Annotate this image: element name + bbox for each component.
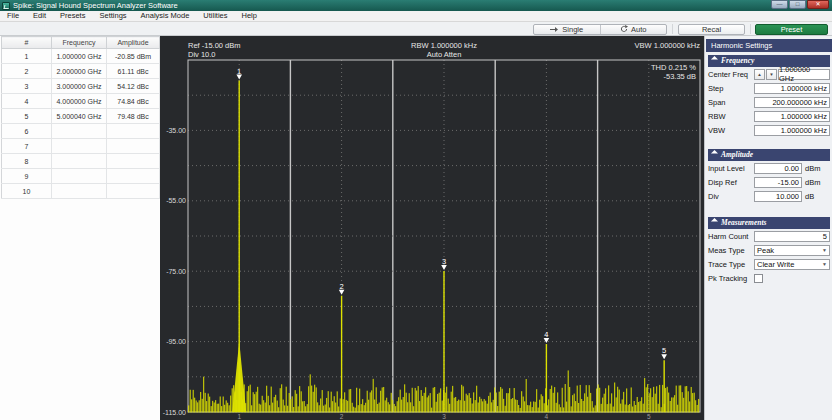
table-cell [107, 169, 160, 184]
y-axis-tick-label: -95.00 [166, 338, 186, 345]
marker-arrow-icon [661, 354, 667, 359]
table-row[interactable]: 7 [2, 139, 160, 154]
table-cell [52, 184, 107, 199]
sweep-mode-group: Single Auto [533, 24, 667, 35]
menu-item-edit[interactable]: Edit [26, 11, 53, 21]
step-input[interactable]: 1.000000 kHz [754, 83, 830, 94]
y-axis-tick-label: -55.00 [166, 197, 186, 204]
menu-item-help[interactable]: Help [235, 11, 264, 21]
menu-item-analysis-mode[interactable]: Analysis Mode [134, 11, 197, 21]
maximize-icon[interactable]: □ [789, 0, 806, 9]
atten-label: Auto Atten [427, 50, 462, 59]
span-input[interactable]: 200.000000 kHz [754, 97, 830, 108]
marker-arrow-icon [339, 290, 345, 295]
auto-sweep-label: Auto [631, 25, 646, 34]
collapse-triangle-icon [711, 218, 718, 225]
menu-item-settings[interactable]: Settings [92, 11, 133, 21]
menu-item-utilities[interactable]: Utilities [196, 11, 234, 21]
minimize-icon[interactable]: — [771, 0, 788, 9]
trace-type-dropdown[interactable]: Clear Write▼ [754, 259, 830, 270]
y-axis-tick-label: -115.00 [163, 409, 186, 416]
table-cell: 5.000040 GHz [52, 109, 107, 124]
collapse-triangle-icon [711, 150, 718, 157]
table-row[interactable]: 55.000040 GHz79.48 dBc [2, 109, 160, 124]
table-row[interactable]: 11.000000 GHz-20.85 dBm [2, 49, 160, 64]
table-row[interactable]: 22.000000 GHz61.11 dBc [2, 64, 160, 79]
meas-type-value: Peak [757, 246, 774, 255]
table-row[interactable]: 9 [2, 169, 160, 184]
harm-count-input[interactable]: 5 [754, 231, 830, 242]
section-header-amplitude[interactable]: Amplitude [708, 149, 830, 161]
table-row[interactable]: 6 [2, 124, 160, 139]
table-cell: 1.000000 GHz [52, 49, 107, 64]
spectrum-svg[interactable]: 12345Ref -15.00 dBmDiv 10.0RBW 1.000000 … [160, 36, 704, 420]
toolbar-separator [750, 24, 751, 34]
field-label: Pk Tracking [708, 274, 754, 283]
table-row[interactable]: 8 [2, 154, 160, 169]
disp-ref-unit-label: dBm [802, 178, 824, 187]
input-level-input[interactable]: 0.00 [754, 163, 802, 174]
table-column-header: Amplitude [107, 37, 160, 49]
x-axis-tick-label: 1 [237, 413, 241, 420]
table-cell: 8 [2, 154, 52, 169]
field-label: RBW [708, 112, 754, 121]
field-row: Meas TypePeak▼ [708, 243, 830, 257]
spectrum-plot[interactable]: 12345Ref -15.00 dBmDiv 10.0RBW 1.000000 … [160, 36, 704, 420]
ref-level-label: Ref -15.00 dBm [188, 41, 241, 50]
app-icon [2, 2, 10, 10]
single-sweep-button[interactable]: Single [534, 25, 600, 34]
y-axis-tick-label: -75.00 [166, 268, 186, 275]
table-cell: 2 [2, 64, 52, 79]
auto-refresh-icon [620, 25, 628, 33]
table-cell: 54.12 dBc [107, 79, 160, 94]
table-cell: 5 [2, 109, 52, 124]
marker-arrow-icon [544, 338, 550, 343]
table-cell: 3 [2, 79, 52, 94]
marker-label: 1 [237, 67, 241, 76]
marker-label: 3 [442, 257, 446, 266]
meas-type-dropdown[interactable]: Peak▼ [754, 245, 830, 256]
div-input[interactable]: 10.000 [754, 191, 802, 202]
table-row[interactable]: 33.000000 GHz54.12 dBc [2, 79, 160, 94]
vbw-input[interactable]: 1.000000 kHz [754, 125, 830, 136]
section-header-measurements[interactable]: Measurements [708, 217, 830, 229]
center-freq-increment-icon[interactable]: ▲ [754, 69, 765, 80]
div-unit-label: dB [802, 192, 824, 201]
chevron-down-icon: ▼ [822, 261, 827, 267]
table-column-header: Frequency [52, 37, 107, 49]
x-axis-tick-label: 4 [545, 413, 549, 420]
table-cell [52, 124, 107, 139]
center-freq-decrement-icon[interactable]: ▼ [766, 69, 777, 80]
pk-tracking-checkbox[interactable] [754, 274, 763, 283]
marker-label: 4 [544, 330, 548, 339]
menu-item-file[interactable]: File [0, 11, 26, 21]
table-cell: 79.48 dBc [107, 109, 160, 124]
disp-ref-input[interactable]: -15.00 [754, 177, 802, 188]
table-cell [107, 154, 160, 169]
field-label: Input Level [708, 164, 754, 173]
preset-button[interactable]: Preset [755, 24, 828, 35]
table-row[interactable]: 10 [2, 184, 160, 199]
field-row: Trace TypeClear Write▼ [708, 257, 830, 271]
rbw-input[interactable]: 1.000000 kHz [754, 111, 830, 122]
table-cell [107, 184, 160, 199]
panel-title: Harmonic Settings [706, 39, 832, 52]
table-cell: 4.000000 GHz [52, 94, 107, 109]
recal-button[interactable]: Recal [678, 24, 745, 35]
menu-item-presets[interactable]: Presets [53, 11, 92, 21]
field-row: Pk Tracking [708, 271, 830, 285]
table-cell: 7 [2, 139, 52, 154]
close-icon[interactable]: ✕ [807, 0, 829, 9]
auto-sweep-button[interactable]: Auto [600, 25, 667, 34]
window-title: Spike: Signal Hound Spectrum Analyzer So… [13, 0, 178, 11]
single-arrow-icon [550, 26, 559, 33]
table-row[interactable]: 44.000000 GHz74.84 dBc [2, 94, 160, 109]
center-freq-input[interactable]: 1.000000 GHz [778, 69, 830, 80]
title-bar: Spike: Signal Hound Spectrum Analyzer So… [0, 0, 832, 11]
table-column-header: # [2, 37, 52, 49]
harmonics-table-pane: #FrequencyAmplitude 11.000000 GHz-20.85 … [0, 36, 160, 420]
marker-label: 5 [662, 346, 666, 355]
field-row: Span200.000000 kHz [708, 95, 830, 109]
field-label: VBW [708, 126, 754, 135]
field-row: Step1.000000 kHz [708, 81, 830, 95]
